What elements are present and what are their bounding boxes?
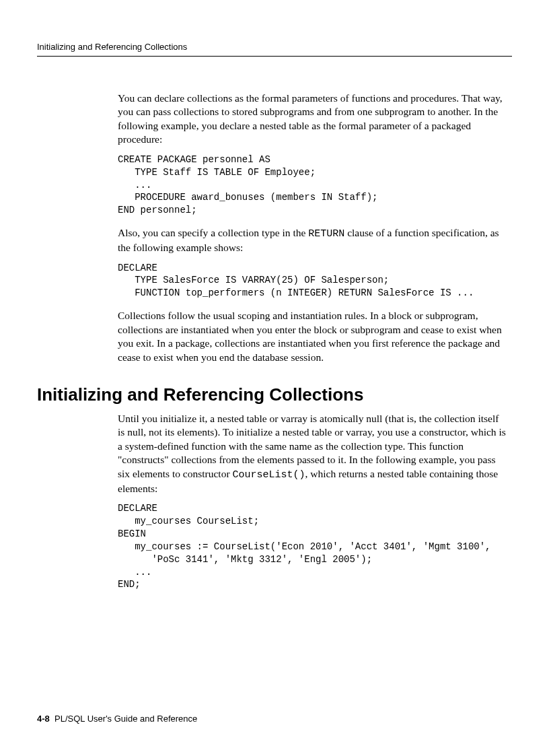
paragraph-2-pre: Also, you can specify a collection type … (118, 227, 308, 238)
header-rule (37, 56, 512, 57)
code-block-3: DECLARE my_courses CourseList; BEGIN my_… (118, 502, 508, 591)
paragraph-1: You can declare collections as the forma… (118, 92, 508, 147)
page-number: 4-8 (37, 714, 50, 724)
paragraph-4: Until you initialize it, a nested table … (118, 412, 508, 495)
code-block-2: DECLARE TYPE SalesForce IS VARRAY(25) OF… (118, 262, 508, 300)
book-title: PL/SQL User's Guide and Reference (54, 714, 197, 724)
page-footer: 4-8 PL/SQL User's Guide and Reference (37, 714, 197, 724)
section-heading: Initializing and Referencing Collections (37, 384, 508, 405)
paragraph-2: Also, you can specify a collection type … (118, 226, 508, 254)
paragraph-3: Collections follow the usual scoping and… (118, 309, 508, 364)
body-column: You can declare collections as the forma… (118, 92, 508, 591)
page: Initializing and Referencing Collections… (0, 0, 549, 756)
inline-code-return: RETURN (308, 228, 344, 240)
code-block-1: CREATE PACKAGE personnel AS TYPE Staff I… (118, 153, 508, 217)
inline-code-courselist: CourseList() (232, 469, 305, 481)
running-header: Initializing and Referencing Collections (37, 42, 512, 52)
